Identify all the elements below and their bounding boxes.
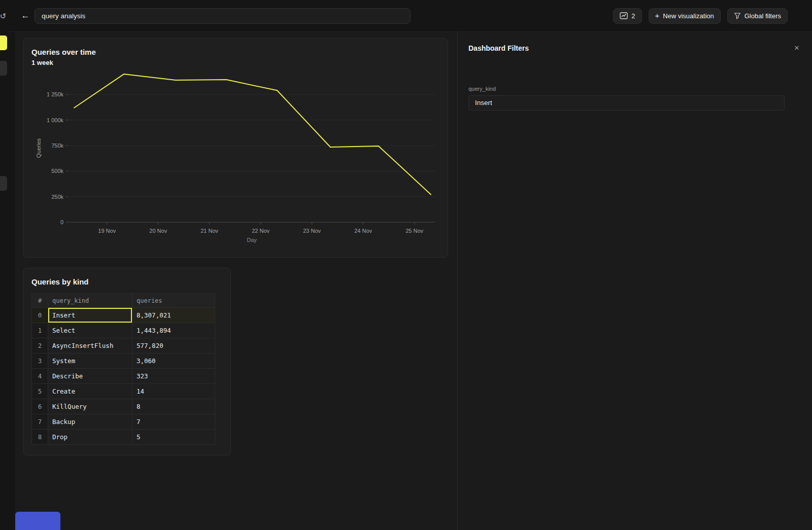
x-tick-label: 19 Nov: [98, 228, 116, 234]
table-row[interactable]: 8 Drop 5: [32, 430, 215, 445]
table-title: Queries by kind: [23, 268, 230, 286]
row-index-cell: 4: [32, 369, 48, 384]
topbar: ← 2 + New visualization Global filters: [8, 0, 812, 32]
row-index-cell: 0: [32, 308, 48, 323]
plus-icon: +: [655, 11, 660, 20]
back-button[interactable]: ←: [19, 10, 31, 22]
queries-value-cell: 5: [132, 430, 215, 445]
left-sidebar-rail: ↺: [0, 0, 8, 530]
query-kind-cell[interactable]: Backup: [48, 414, 132, 430]
sidebar-item[interactable]: [0, 61, 7, 76]
y-tick-label: 250k: [51, 194, 63, 200]
table-row[interactable]: 3 System 3,060: [32, 354, 215, 369]
y-tick-label: 750k: [51, 143, 63, 149]
row-index-cell: 7: [32, 414, 48, 430]
queries-over-time-card[interactable]: Queries over time 1 week 0250k500k750k1 …: [23, 38, 448, 258]
queries-value-cell: 7: [132, 414, 215, 430]
filters-panel-header: Dashboard Filters ✕: [458, 32, 812, 53]
history-icon[interactable]: ↺: [0, 11, 8, 21]
queries-value-cell: 1,443,894: [132, 323, 215, 338]
table-header-row: #query_kindqueries: [32, 294, 215, 308]
new-visualization-button[interactable]: + New visualization: [649, 8, 721, 24]
chart-panel-icon: [620, 12, 628, 19]
query-kind-cell[interactable]: System: [48, 354, 132, 369]
x-axis-label: Day: [247, 237, 257, 243]
topbar-actions: 2 + New visualization Global filters: [613, 8, 788, 24]
row-index-cell: 3: [32, 354, 48, 369]
y-tick-label: 0: [60, 219, 63, 225]
queries-table-body: 0 Insert 8,307,021 1 Select 1,443,894 2 …: [32, 308, 215, 445]
chart-subtitle: 1 week: [23, 56, 448, 66]
dashboard-title-input[interactable]: [35, 8, 411, 24]
query-kind-cell[interactable]: Insert: [48, 308, 132, 323]
new-visualization-label: New visualization: [663, 12, 714, 20]
row-index-cell: 2: [32, 338, 48, 354]
queries-value-cell: 14: [132, 384, 215, 399]
query-kind-cell[interactable]: KillQuery: [48, 399, 132, 414]
table-row[interactable]: 6 KillQuery 8: [32, 399, 215, 414]
funnel-icon: [734, 12, 741, 19]
query-kind-cell[interactable]: Describe: [48, 369, 132, 384]
dashboard-canvas: Queries over time 1 week 0250k500k750k1 …: [15, 32, 457, 530]
y-tick-label: 500k: [51, 168, 63, 174]
queries-value-cell: 8: [132, 399, 215, 414]
query-kind-cell[interactable]: AsyncInsertFlush: [48, 338, 132, 354]
y-tick-label: 1 250k: [47, 91, 64, 97]
x-tick-label: 22 Nov: [252, 228, 269, 234]
queries-by-kind-card[interactable]: Queries by kind #query_kindqueries 0 Ins…: [23, 268, 231, 455]
sidebar-item[interactable]: [0, 176, 7, 191]
dashboard-filters-panel: Dashboard Filters ✕ query_kind Insert: [457, 32, 812, 530]
filters-panel-title: Dashboard Filters: [468, 44, 529, 52]
queries-series-line: [74, 74, 431, 195]
queries-value-cell: 3,060: [132, 354, 215, 369]
close-icon[interactable]: ✕: [792, 43, 802, 53]
y-axis-label: Queries: [36, 138, 42, 158]
x-tick-label: 25 Nov: [405, 228, 423, 234]
global-filters-label: Global filters: [745, 12, 781, 20]
x-tick-label: 24 Nov: [354, 228, 372, 234]
row-index-cell: 6: [32, 399, 48, 414]
queries-line-chart: 0250k500k750k1 000k1 250k19 Nov20 Nov21 …: [23, 69, 449, 252]
queries-value-cell: 323: [132, 369, 215, 384]
global-filters-button[interactable]: Global filters: [727, 8, 788, 24]
table-row[interactable]: 1 Select 1,443,894: [32, 323, 215, 338]
row-index-cell: 1: [32, 323, 48, 338]
filter-field-label: query_kind: [468, 86, 812, 92]
queries-value-cell: 8,307,021: [132, 308, 215, 323]
queries-table: #query_kindqueries 0 Insert 8,307,021 1 …: [31, 293, 215, 445]
sidebar-item-active[interactable]: [0, 36, 7, 50]
table-row[interactable]: 7 Backup 7: [32, 414, 215, 430]
query-kind-cell[interactable]: Select: [48, 323, 132, 338]
visualization-count-button[interactable]: 2: [613, 8, 641, 24]
visualization-count-label: 2: [631, 12, 635, 20]
column-header: #: [32, 294, 48, 308]
query-kind-cell[interactable]: Drop: [48, 430, 132, 445]
query-kind-cell[interactable]: Create: [48, 384, 132, 399]
table-row[interactable]: 0 Insert 8,307,021: [32, 308, 215, 323]
x-tick-label: 20 Nov: [149, 228, 167, 234]
x-tick-label: 23 Nov: [303, 228, 321, 234]
column-header: queries: [132, 294, 215, 308]
x-tick-label: 21 Nov: [200, 228, 218, 234]
y-tick-label: 1 000k: [47, 117, 64, 123]
bottom-left-badge[interactable]: [15, 512, 60, 530]
row-index-cell: 5: [32, 384, 48, 399]
chart-title: Queries over time: [23, 39, 448, 56]
queries-value-cell: 577,820: [132, 338, 215, 354]
table-row[interactable]: 2 AsyncInsertFlush 577,820: [32, 338, 215, 354]
table-header: #query_kindqueries: [32, 294, 215, 308]
column-header: query_kind: [48, 294, 132, 308]
table-row[interactable]: 4 Describe 323: [32, 369, 215, 384]
table-row[interactable]: 5 Create 14: [32, 384, 215, 399]
query-kind-filter-select[interactable]: Insert: [468, 95, 785, 111]
row-index-cell: 8: [32, 430, 48, 445]
